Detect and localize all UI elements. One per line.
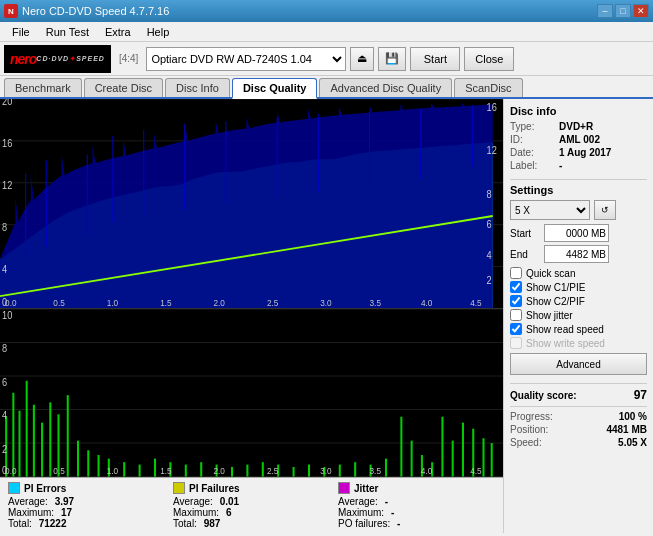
- svg-text:12: 12: [2, 179, 13, 191]
- svg-rect-74: [339, 465, 341, 477]
- eject-button[interactable]: ⏏: [350, 47, 374, 71]
- minimize-button[interactable]: –: [597, 4, 613, 18]
- pi-failures-total-label: Total:: [173, 518, 197, 529]
- pi-failures-avg-value: 0.01: [220, 496, 239, 507]
- pi-failures-avg-label: Average:: [173, 496, 213, 507]
- pi-errors-max-label: Maximum:: [8, 507, 54, 518]
- svg-text:2.5: 2.5: [267, 466, 278, 477]
- advanced-button[interactable]: Advanced: [510, 353, 647, 375]
- app-icon: N: [4, 4, 18, 18]
- start-button[interactable]: Start: [410, 47, 460, 71]
- svg-text:16: 16: [2, 137, 13, 149]
- tab-disc-info[interactable]: Disc Info: [165, 78, 230, 97]
- close-button[interactable]: Close: [464, 47, 514, 71]
- show-write-speed-row: Show write speed: [510, 337, 647, 349]
- disc-label-label: Label:: [510, 160, 555, 171]
- svg-text:0.5: 0.5: [53, 466, 64, 477]
- main-content: 20 16 12 8 4 0 16 12 8 6 4 2 0.0 0.5 1.0…: [0, 99, 653, 533]
- right-panel: Disc info Type: DVD+R ID: AML 002 Date: …: [503, 99, 653, 533]
- jitter-header: Jitter: [338, 482, 495, 494]
- end-setting-row: End: [510, 245, 647, 263]
- quick-scan-row: Quick scan: [510, 267, 647, 279]
- pi-failures-max-value: 6: [226, 507, 232, 518]
- tab-advanced-disc-quality[interactable]: Advanced Disc Quality: [319, 78, 452, 97]
- pi-failures-total-value: 987: [204, 518, 221, 529]
- disc-id-value: AML 002: [559, 134, 600, 145]
- disc-info-section: Disc info Type: DVD+R ID: AML 002 Date: …: [510, 105, 647, 171]
- tab-disc-quality[interactable]: Disc Quality: [232, 78, 318, 99]
- end-input[interactable]: [544, 245, 609, 263]
- tab-benchmark[interactable]: Benchmark: [4, 78, 82, 97]
- disc-date-row: Date: 1 Aug 2017: [510, 147, 647, 158]
- settings-section: Settings 5 X 1 X 2 X 4 X 8 X Max ↺ Start…: [510, 184, 647, 375]
- disc-id-label: ID:: [510, 134, 555, 145]
- menu-help[interactable]: Help: [139, 24, 178, 40]
- quick-scan-checkbox[interactable]: [510, 267, 522, 279]
- menu-file[interactable]: File: [4, 24, 38, 40]
- quality-score-value: 97: [634, 388, 647, 402]
- speed-readout-label: Speed:: [510, 437, 560, 448]
- end-label: End: [510, 249, 540, 260]
- svg-text:4: 4: [487, 249, 492, 261]
- svg-rect-58: [98, 455, 100, 477]
- svg-rect-79: [411, 441, 413, 477]
- menu-extra[interactable]: Extra: [97, 24, 139, 40]
- pi-failures-max-label: Maximum:: [173, 507, 219, 518]
- jitter-po-label: PO failures:: [338, 518, 390, 529]
- pi-failures-total-row: Total: 987: [173, 518, 330, 529]
- svg-text:8: 8: [2, 343, 8, 355]
- svg-text:10: 10: [2, 309, 13, 321]
- svg-text:8: 8: [487, 188, 492, 200]
- svg-text:1.0: 1.0: [107, 466, 118, 477]
- svg-rect-53: [49, 403, 51, 477]
- divider-3: [510, 406, 647, 407]
- svg-rect-50: [26, 381, 28, 477]
- pi-errors-header: PI Errors: [8, 482, 165, 494]
- start-input[interactable]: [544, 224, 609, 242]
- save-button[interactable]: 💾: [378, 47, 406, 71]
- svg-rect-51: [33, 405, 35, 477]
- pi-failures-color: [173, 482, 185, 494]
- show-c1-checkbox[interactable]: [510, 281, 522, 293]
- svg-text:2.0: 2.0: [214, 297, 225, 308]
- svg-rect-62: [154, 459, 156, 477]
- title-bar-controls: – □ ✕: [597, 4, 649, 18]
- settings-title: Settings: [510, 184, 647, 196]
- tab-scan-disc[interactable]: ScanDisc: [454, 78, 522, 97]
- svg-rect-78: [400, 417, 402, 477]
- menu-run-test[interactable]: Run Test: [38, 24, 97, 40]
- speed-setting-row: 5 X 1 X 2 X 4 X 8 X Max ↺: [510, 200, 647, 220]
- show-c2-checkbox[interactable]: [510, 295, 522, 307]
- start-setting-row: Start: [510, 224, 647, 242]
- show-read-speed-row: Show read speed: [510, 323, 647, 335]
- jitter-po-value: -: [397, 518, 400, 529]
- toolbar: nero CD·DVD✦SPEED [4:4] Optiarc DVD RW A…: [0, 42, 653, 76]
- speed-label: [4:4]: [115, 53, 142, 64]
- svg-rect-57: [87, 451, 89, 477]
- pi-errors-total-row: Total: 71222: [8, 518, 165, 529]
- disc-label-row: Label: -: [510, 160, 647, 171]
- show-jitter-checkbox[interactable]: [510, 309, 522, 321]
- close-window-button[interactable]: ✕: [633, 4, 649, 18]
- tab-create-disc[interactable]: Create Disc: [84, 78, 163, 97]
- svg-rect-69: [262, 463, 264, 477]
- drive-select[interactable]: Optiarc DVD RW AD-7240S 1.04: [146, 47, 346, 71]
- svg-rect-61: [139, 465, 141, 477]
- svg-text:4.5: 4.5: [470, 466, 481, 477]
- svg-rect-84: [462, 423, 464, 477]
- speed-select[interactable]: 5 X 1 X 2 X 4 X 8 X Max: [510, 200, 590, 220]
- disc-label-value: -: [559, 160, 562, 171]
- svg-text:2.0: 2.0: [214, 466, 225, 477]
- jitter-label: Jitter: [354, 483, 378, 494]
- svg-text:1.0: 1.0: [107, 297, 118, 308]
- pi-errors-max-value: 17: [61, 507, 72, 518]
- svg-rect-64: [185, 465, 187, 477]
- chart1-svg: 20 16 12 8 4 0 16 12 8 6 4 2 0.0 0.5 1.0…: [0, 99, 503, 308]
- jitter-stats: Jitter Average: - Maximum: - PO failures…: [338, 482, 495, 529]
- show-write-speed-checkbox[interactable]: [510, 337, 522, 349]
- speed-refresh-button[interactable]: ↺: [594, 200, 616, 220]
- maximize-button[interactable]: □: [615, 4, 631, 18]
- pi-errors-label: PI Errors: [24, 483, 66, 494]
- show-read-speed-checkbox[interactable]: [510, 323, 522, 335]
- disc-date-label: Date:: [510, 147, 555, 158]
